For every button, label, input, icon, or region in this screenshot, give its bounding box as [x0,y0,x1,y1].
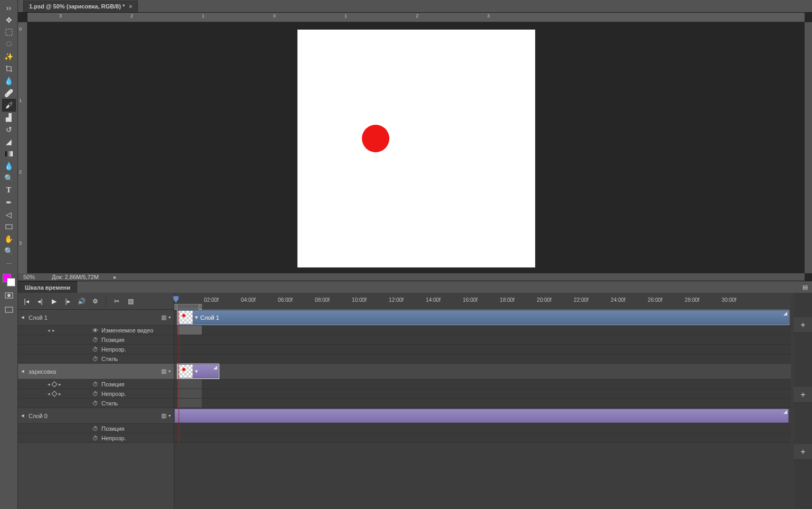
property-track[interactable] [174,354,791,364]
prev-keyframe-icon[interactable]: ◂ [48,382,50,387]
keyframe-segment[interactable] [178,326,202,335]
panel-menu-icon[interactable]: ▤ [798,281,812,293]
prev-keyframe-icon[interactable]: ◂ [48,391,50,396]
rectangle-tool[interactable] [3,221,15,233]
add-keyframe-icon[interactable] [51,381,57,387]
prev-frame-button[interactable]: ◂| [36,297,44,306]
quick-mask-icon[interactable] [3,290,15,301]
timeline-tab[interactable]: Шкала времени [18,281,77,293]
stopwatch-icon[interactable]: ⏱ [92,435,98,441]
property-row[interactable]: ⏱Непрозр. [18,345,174,354]
swatches[interactable] [2,273,16,288]
add-track-button[interactable]: + [794,387,812,403]
document-tab[interactable]: 1.psd @ 50% (зарисовка, RGB/8) * × [23,1,138,12]
scrollbar-vertical[interactable] [805,22,812,273]
zoom-input[interactable] [23,274,44,280]
next-keyframe-icon[interactable]: ▸ [52,328,55,333]
next-keyframe-icon[interactable]: ▸ [59,391,61,396]
chevron-small-icon[interactable]: ▾ [169,315,171,320]
canvas[interactable] [297,30,535,267]
go-to-start-button[interactable]: |◂ [22,297,31,306]
stopwatch-icon[interactable]: ⏱ [92,391,98,397]
chevron-down-icon[interactable]: ▾ [195,314,198,321]
work-area-end-handle[interactable] [199,304,202,310]
pen-tool[interactable]: ✒ [3,197,15,208]
property-row[interactable]: ◂▸⏱Позиция [18,380,174,389]
playhead[interactable] [173,296,179,303]
blur-tool[interactable]: 💧 [3,160,15,172]
background-color[interactable] [7,278,15,286]
property-track[interactable] [174,335,791,345]
chevron-down-icon[interactable]: ▾ [195,368,198,375]
stopwatch-icon[interactable]: ⏱ [92,400,98,406]
stopwatch-icon[interactable]: ⏱ [92,381,98,387]
chevron-small-icon[interactable]: ▾ [169,369,171,374]
next-frame-button[interactable]: |▸ [63,297,72,306]
property-row[interactable]: ⏱Непрозр. [18,433,174,443]
timeline-clip[interactable]: ▾ [178,364,219,378]
property-row[interactable]: ◂▸👁Изменяемое видео [18,326,174,335]
chevron-down-icon[interactable]: ▾ [20,414,26,418]
layer-track[interactable]: ▾ [174,364,791,380]
path-selection-tool[interactable]: ◁ [3,209,15,220]
property-row[interactable]: ⏱Позиция [18,424,174,433]
timeline-clip[interactable] [174,409,789,423]
property-track[interactable] [174,424,791,433]
crop-tool[interactable] [3,63,15,75]
layer-header[interactable]: ▾ Слой 0 ▥▾ [18,408,174,424]
timeline-clip[interactable]: ▾Слой 1 [178,310,789,325]
panel-toggle-icon[interactable]: ›› [3,2,15,14]
move-tool[interactable]: ✥ [3,14,15,26]
stopwatch-icon[interactable]: ⏱ [92,337,98,343]
prev-keyframe-icon[interactable]: ◂ [48,328,50,333]
add-track-button[interactable]: + [794,317,812,333]
adjust-duration-icon[interactable]: ▥ [161,412,166,419]
property-row[interactable]: ⏱Стиль [18,354,174,364]
property-track[interactable] [174,326,791,335]
property-track[interactable] [174,399,791,408]
hand-tool[interactable]: ✋ [3,233,15,245]
chevron-down-icon[interactable]: ▾ [20,370,26,373]
lasso-tool[interactable] [3,39,15,50]
stopwatch-icon[interactable]: ⏱ [92,346,98,353]
adjust-duration-icon[interactable]: ▥ [161,314,166,321]
more-tools-icon[interactable]: ⋯ [3,257,15,269]
settings-button[interactable]: ⚙ [91,297,99,306]
layer-track[interactable]: ▾Слой 1 [174,310,791,326]
work-area[interactable] [174,304,202,309]
stopwatch-icon[interactable]: ⏱ [92,356,98,362]
chevron-small-icon[interactable]: ▾ [169,413,171,418]
property-track[interactable] [174,345,791,354]
close-icon[interactable]: × [129,4,132,10]
ruler-horizontal[interactable]: 3210123 [27,13,805,22]
statusbar-more-icon[interactable]: ▸ [114,274,117,281]
ruler-vertical[interactable]: 0123 [18,22,27,273]
marquee-tool[interactable] [3,26,15,38]
stopwatch-icon[interactable]: ⏱ [92,425,98,432]
clone-stamp-tool[interactable]: ▟ [3,112,15,123]
zoom-tool[interactable]: 🔍 [3,245,15,257]
gradient-tool[interactable] [3,148,15,160]
property-row[interactable]: ⏱Позиция [18,335,174,345]
layer-track[interactable] [174,408,791,424]
play-button[interactable]: ▶ [50,297,58,306]
clip-handle-icon[interactable] [783,410,787,414]
property-track[interactable] [174,389,791,399]
property-track[interactable] [174,433,791,443]
adjust-duration-icon[interactable]: ▥ [161,368,166,375]
work-area-start-handle[interactable] [174,304,178,310]
layer-header[interactable]: ▾ зарисовка ▥▾ [18,364,174,380]
clip-handle-icon[interactable] [783,312,787,316]
chevron-down-icon[interactable]: ▾ [20,316,26,319]
add-track-button[interactable]: + [794,444,812,460]
eyedropper-tool[interactable]: 💧 [3,75,15,87]
add-keyframe-icon[interactable] [51,391,57,396]
eraser-tool[interactable]: ◢ [3,136,15,147]
clip-handle-icon[interactable] [213,366,217,369]
type-tool[interactable]: T [3,184,15,196]
visibility-icon[interactable]: 👁 [92,327,98,334]
transition-button[interactable]: ▧ [126,297,135,306]
audio-button[interactable]: 🔊 [77,297,86,306]
history-brush-tool[interactable]: ↺ [3,124,15,135]
timeline-ruler[interactable]: 02:00f04:00f06:00f08:00f10:00f12:00f14:0… [174,293,791,310]
